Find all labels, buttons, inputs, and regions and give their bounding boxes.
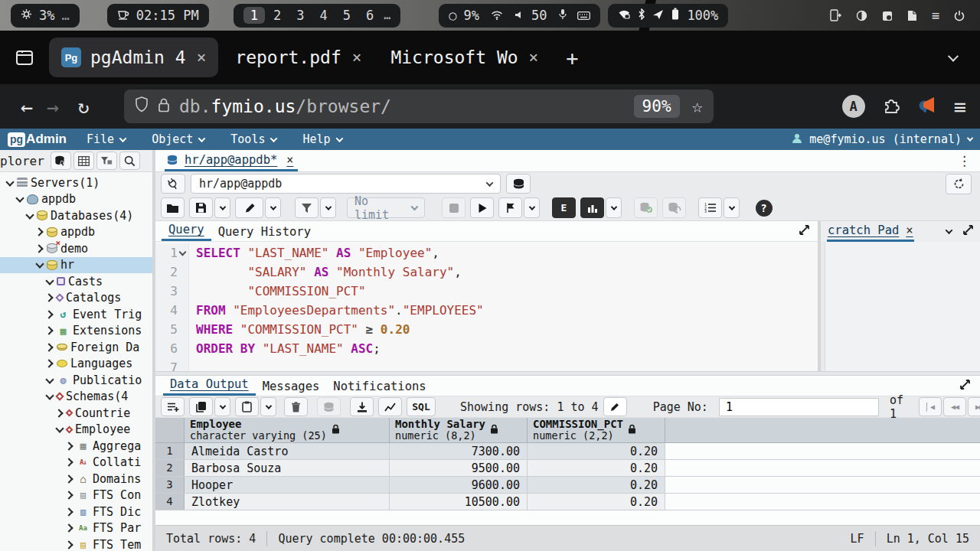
close-tab-icon[interactable]: ×: [286, 153, 293, 167]
shield-icon[interactable]: [135, 96, 149, 116]
tree-item-catalogs[interactable]: Catalogs: [0, 290, 152, 307]
new-tab-button[interactable]: +: [566, 46, 578, 70]
commit-button[interactable]: [634, 197, 658, 218]
tree-item-event-trig[interactable]: Event Trig: [0, 306, 152, 323]
tree-item-domains[interactable]: Domains: [0, 471, 152, 487]
browser-tab-2[interactable]: report.pdf×: [223, 37, 374, 77]
tree-expander-icon[interactable]: [34, 227, 45, 236]
tab-query[interactable]: Query: [162, 223, 211, 241]
close-tab-icon[interactable]: ×: [352, 48, 362, 67]
tree-expander-icon[interactable]: [44, 277, 55, 286]
close-tab-icon[interactable]: ×: [529, 48, 539, 67]
copy-options-chevron-icon[interactable]: [214, 397, 230, 416]
tree-expander-icon[interactable]: [64, 540, 75, 549]
column-header-employee[interactable]: Employeecharacter varying (25): [185, 418, 390, 442]
tree-expander-icon[interactable]: [44, 326, 55, 335]
editor-line-6[interactable]: 6ORDER BY "LAST_NAME" ASC;: [155, 339, 818, 358]
zoom-level-badge[interactable]: 90%: [634, 95, 680, 118]
paste-button[interactable]: [235, 397, 259, 416]
tree-expander-icon[interactable]: [54, 409, 65, 418]
explain-button[interactable]: E: [552, 197, 576, 218]
back-arrow-icon[interactable]: ←: [14, 95, 40, 119]
reload-icon[interactable]: ↻: [70, 96, 96, 118]
tab-data-output[interactable]: Data Output: [163, 377, 256, 396]
query-tool-button[interactable]: [51, 152, 71, 170]
system-indicators[interactable]: 100%: [608, 4, 728, 28]
scratch-pad-chevron-icon[interactable]: [946, 227, 953, 234]
editor-expand-icon[interactable]: [799, 224, 810, 239]
workspace-3[interactable]: 3: [289, 7, 311, 24]
tree-item-employee[interactable]: Employee: [0, 422, 152, 439]
result-row-3[interactable]: 3Hooper9600.000.20: [155, 477, 980, 494]
clock-widget[interactable]: 02:15 PM: [107, 4, 209, 28]
add-row-button[interactable]: [161, 397, 185, 416]
tree-item-appdb[interactable]: appdb: [0, 224, 152, 241]
result-row-2[interactable]: 2Barbosa Souza9500.000.20: [155, 460, 980, 477]
data-cell[interactable]: 0.20: [528, 460, 665, 476]
tree-expander-icon[interactable]: [34, 260, 45, 269]
edit-button[interactable]: [235, 197, 263, 218]
document-tray-icon[interactable]: [907, 10, 917, 21]
tree-item-appdb[interactable]: appdb: [0, 191, 152, 208]
power-icon[interactable]: [954, 10, 965, 21]
browser-tab-3[interactable]: Microsoft Wo×: [378, 37, 550, 77]
chart-button[interactable]: [378, 397, 402, 416]
editor-line-5[interactable]: 5WHERE "COMMISSION_PCT" ≥ 0.20: [155, 320, 818, 339]
lock-icon[interactable]: [158, 96, 170, 116]
prev-page-icon[interactable]: ◀◀: [943, 397, 966, 416]
explain-analyze-button[interactable]: [580, 197, 604, 218]
data-cell[interactable]: 0.20: [528, 443, 665, 459]
editor-line-3[interactable]: 3 "COMMISSION_PCT": [155, 282, 818, 301]
delete-row-button[interactable]: [284, 397, 308, 416]
save-options-chevron-icon[interactable]: [214, 197, 230, 218]
first-page-icon[interactable]: ▏◀: [919, 397, 942, 416]
view-data-button[interactable]: [74, 152, 94, 170]
save-data-button[interactable]: [317, 397, 341, 416]
tree-item-fts-tem[interactable]: FTS Tem: [0, 536, 152, 551]
results-expand-icon[interactable]: [959, 379, 971, 393]
save-button[interactable]: [189, 197, 213, 218]
tree-item-extensions[interactable]: Extensions: [0, 323, 152, 340]
connection-plug-icon[interactable]: [161, 174, 185, 194]
tree-item-databases-4-[interactable]: Databases(4): [0, 207, 152, 224]
browser-menu-icon[interactable]: ≡: [954, 95, 966, 119]
editor-line-1[interactable]: 1SELECT "LAST_NAME" AS "Employee",: [155, 243, 818, 262]
execute-options-button[interactable]: [498, 197, 522, 218]
tree-expander-icon[interactable]: [5, 178, 15, 187]
refresh-button[interactable]: [946, 174, 972, 194]
filter-button[interactable]: [295, 197, 318, 218]
copy-button[interactable]: [189, 397, 213, 416]
select-all-cell[interactable]: [155, 418, 185, 442]
cancel-query-button[interactable]: [442, 197, 466, 218]
row-number-cell[interactable]: 2: [155, 460, 185, 476]
tab-messages[interactable]: Messages: [256, 380, 327, 396]
row-number-cell[interactable]: 4: [155, 494, 185, 510]
query-tool-tab[interactable]: hr/app@appdb* ×: [165, 153, 298, 171]
tree-expander-icon[interactable]: [15, 194, 25, 204]
execute-options-chevron-icon[interactable]: [524, 197, 540, 218]
filtered-rows-button[interactable]: [96, 152, 117, 170]
edit-options-chevron-icon[interactable]: [265, 197, 281, 218]
row-number-cell[interactable]: 3: [155, 477, 185, 493]
tree-expander-icon[interactable]: [24, 211, 35, 220]
sql-toggle-button[interactable]: SQL: [407, 397, 436, 416]
tree-item-schemas-4[interactable]: Schemas(4: [0, 389, 152, 406]
menu-tools[interactable]: Tools: [230, 132, 276, 146]
result-row-1[interactable]: 1Almeida Castro7300.000.20: [155, 443, 980, 460]
row-limit-select[interactable]: No limit: [347, 197, 425, 218]
tab-scratch-pad[interactable]: cratch Pad ×: [827, 223, 914, 242]
tree-item-collati[interactable]: Collati: [0, 455, 152, 471]
tree-expander-icon[interactable]: [44, 343, 55, 352]
color-scheme-icon[interactable]: [856, 10, 867, 21]
help-button[interactable]: ?: [752, 197, 776, 218]
workspace-6[interactable]: 6: [359, 7, 381, 24]
editor-line-7[interactable]: 7: [155, 358, 818, 371]
cpu-indicator[interactable]: 3% …: [11, 4, 80, 28]
editor-line-4[interactable]: 4FROM "EmployeesDepartments"."EMPLOYEES": [155, 301, 818, 320]
tree-item-fts-par[interactable]: FTS Par: [0, 520, 152, 537]
tree-item-fts-con[interactable]: FTS Con: [0, 487, 152, 504]
connection-select[interactable]: hr/app@appdb: [191, 174, 501, 194]
fold-chevron-icon[interactable]: [178, 249, 186, 257]
explain-options-chevron-icon[interactable]: [606, 197, 622, 218]
filter-options-chevron-icon[interactable]: [320, 197, 336, 218]
